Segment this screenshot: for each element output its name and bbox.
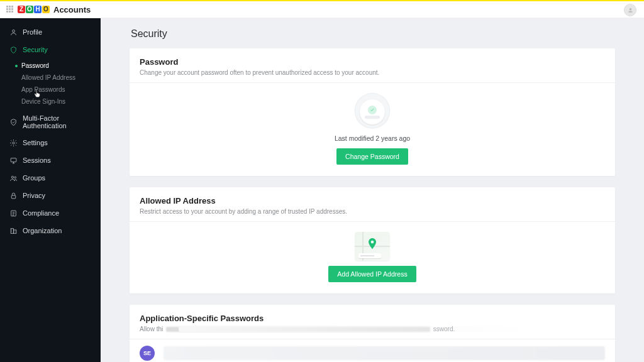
svg-rect-7	[11, 228, 13, 233]
svg-rect-2	[11, 158, 16, 162]
allowed-ip-desc: Restrict access to your account by addin…	[140, 208, 605, 215]
svg-rect-8	[13, 229, 16, 233]
sidebar-item-sessions[interactable]: Sessions	[0, 151, 101, 169]
password-illustration	[355, 93, 390, 128]
sidebar-label: Settings	[23, 139, 48, 146]
sidebar-label: Compliance	[23, 209, 59, 217]
main-content: Security Password Change your account pa…	[101, 18, 644, 362]
allowed-ip-title: Allowed IP Address	[140, 196, 605, 206]
app-passwords-card: Application-Specific Passwords Allow thi…	[130, 305, 615, 362]
sidebar-label: Sessions	[23, 156, 51, 164]
lock-icon	[9, 191, 18, 200]
groups-icon	[9, 173, 18, 182]
svg-point-4	[14, 177, 16, 178]
brand-name: Accounts	[53, 5, 91, 14]
svg-point-3	[11, 176, 13, 178]
sidebar-label: Multi-Factor Authentication	[23, 114, 92, 129]
security-submenu: Password Allowed IP Address App Password…	[0, 58, 101, 110]
sidebar-label: Security	[23, 46, 48, 53]
shield-icon	[9, 45, 18, 54]
apps-launcher-icon[interactable]	[6, 6, 14, 13]
mfa-icon	[9, 118, 18, 126]
allowed-ip-illustration	[355, 232, 390, 261]
submenu-app-passwords[interactable]: App Passwords	[0, 84, 101, 96]
password-card-desc: Change your account password often to pr…	[140, 69, 605, 76]
svg-point-9	[371, 241, 374, 244]
organization-icon	[9, 226, 18, 235]
gear-icon	[9, 138, 18, 147]
sidebar-label: Privacy	[23, 192, 45, 199]
sidebar-label: Organization	[23, 227, 62, 234]
sessions-icon	[9, 156, 18, 165]
change-password-button[interactable]: Change Password	[336, 148, 408, 165]
sidebar-item-mfa[interactable]: Multi-Factor Authentication	[0, 110, 101, 134]
compliance-icon	[9, 209, 18, 217]
profile-icon	[9, 28, 18, 36]
sidebar-label: Groups	[23, 174, 45, 182]
allowed-ip-card: Allowed IP Address Restrict access to yo…	[130, 187, 615, 293]
app-avatar: SE	[140, 346, 155, 361]
app-password-entry: SE	[130, 339, 615, 362]
svg-point-1	[12, 141, 14, 143]
map-pin-icon	[367, 238, 377, 253]
user-avatar[interactable]	[624, 4, 636, 16]
add-allowed-ip-button[interactable]: Add Allowed IP Address	[328, 266, 416, 282]
sidebar-label: Profile	[23, 28, 42, 36]
sidebar-item-privacy[interactable]: Privacy	[0, 187, 101, 204]
sidebar-item-compliance[interactable]: Compliance	[0, 204, 101, 222]
sidebar-item-security[interactable]: Security	[0, 41, 101, 58]
svg-rect-5	[11, 195, 16, 198]
sidebar-item-organization[interactable]: Organization	[0, 222, 101, 239]
submenu-device-signins[interactable]: Device Sign-Ins	[0, 96, 101, 107]
password-last-modified: Last modified 2 years ago	[140, 134, 605, 142]
svg-point-0	[12, 30, 14, 32]
sidebar-item-profile[interactable]: Profile	[0, 23, 101, 41]
app-passwords-desc: Allow thi ssword.	[140, 326, 605, 332]
password-card-title: Password	[140, 57, 605, 67]
top-bar: ZOHO Accounts	[0, 0, 644, 18]
submenu-password[interactable]: Password	[0, 60, 101, 72]
submenu-allowed-ip[interactable]: Allowed IP Address	[0, 72, 101, 84]
password-card: Password Change your account password of…	[130, 48, 615, 176]
sidebar-item-groups[interactable]: Groups	[0, 169, 101, 187]
zoho-logo: ZOHO	[18, 6, 50, 13]
sidebar-item-settings[interactable]: Settings	[0, 134, 101, 151]
app-passwords-title: Application-Specific Passwords	[140, 314, 605, 323]
sidebar: Profile Security Password Allowed IP Add…	[0, 18, 101, 362]
page-title: Security	[131, 28, 615, 40]
app-entry-redacted	[164, 346, 605, 360]
